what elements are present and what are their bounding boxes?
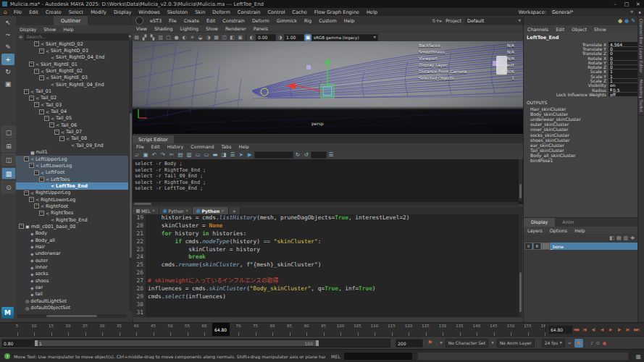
panel-layout-icon[interactable]: ▦	[635, 353, 641, 360]
expand-toggle[interactable]: −	[24, 156, 29, 161]
exposure-icon[interactable]: ◐	[248, 35, 256, 41]
fps-dropdown[interactable]: 24 fps▼	[542, 339, 565, 348]
lighting-icon[interactable]: ☀	[188, 35, 196, 41]
tree-item-leftlowerleg[interactable]: −<LeftLowerLeg	[16, 162, 128, 169]
clear-all-icon[interactable]: ▬	[211, 151, 219, 158]
stack-trace-icon[interactable]: ☰	[327, 151, 335, 158]
color-management-icon[interactable]: ▣	[304, 34, 311, 41]
menu-deform[interactable]: Deform	[209, 9, 234, 15]
tree-item-defaultobjectset[interactable]: ◎defaultObjectSet	[16, 304, 128, 311]
move-tool[interactable]: +	[1, 54, 14, 65]
viewport-canvas[interactable]: BackfacesN/ASmoothnessN/AViewportN/ADisp…	[133, 41, 523, 134]
tree-item-shoes[interactable]: ◈shoes	[16, 277, 128, 284]
exposure-field[interactable]: 0.00	[256, 34, 276, 41]
four-pane-layout[interactable]: ⊞	[1, 140, 16, 152]
tree-item-tail-05[interactable]: −<Tail_05	[16, 115, 128, 122]
attr-value-field[interactable]: 0	[609, 56, 637, 60]
menu-show[interactable]: Show	[590, 27, 610, 32]
ao-icon[interactable]: ◑	[204, 35, 212, 41]
play-forward-button[interactable]: ▶	[606, 324, 614, 334]
tree-item-skirt-righte-03[interactable]: −<Skirt_RightE_03	[16, 75, 128, 81]
shaded-icon[interactable]: ●	[172, 35, 180, 41]
layer-visibility-toggle[interactable]: V	[524, 243, 532, 250]
tree-item-tail-02[interactable]: −<Tail_02	[16, 95, 128, 101]
close-tab-icon[interactable]: ✕	[221, 209, 225, 213]
character-icon[interactable]: ●	[618, 18, 622, 24]
search-input[interactable]: Search...	[24, 33, 129, 41]
expand-toggle[interactable]: −	[39, 211, 44, 216]
menu-renderer[interactable]: Renderer	[222, 26, 250, 31]
two-pane-layout[interactable]: ◫	[1, 153, 16, 166]
output-body-skincluster[interactable]: Body_skinCluster	[524, 111, 638, 117]
menu-custom[interactable]: Custom	[315, 18, 340, 24]
menu-edit[interactable]: Edit	[552, 27, 568, 32]
side-tab-modeling-toolkit[interactable]: Modeling Toolkit	[638, 77, 644, 116]
expand-toggle[interactable]: −	[34, 170, 39, 175]
close-tab-icon[interactable]: ✕	[152, 209, 156, 213]
anim-start-field[interactable]: 0.80	[1, 339, 33, 348]
tree-item-rightlowerleg[interactable]: −<RightLowerLeg	[16, 196, 128, 203]
expand-toggle[interactable]: −	[29, 163, 34, 168]
tree-item-tail-07[interactable]: −<Tail_07	[16, 128, 128, 135]
output-body-all-skincluster[interactable]: Body_all_skinCluster	[524, 153, 638, 158]
menu-view[interactable]: View	[133, 26, 151, 31]
tree-item-tail-06[interactable]: −<Tail_06	[16, 122, 128, 128]
tree-item-underwear[interactable]: ◈underwear	[16, 251, 128, 257]
menu-options[interactable]: Options	[546, 228, 571, 233]
menu-channels[interactable]: Channels	[524, 27, 552, 32]
expand-toggle[interactable]: −	[34, 102, 39, 107]
expand-toggle[interactable]: −	[54, 130, 59, 135]
tree-item-mdl-c001-base-00[interactable]: −▣mdl_c001_base_00	[16, 223, 128, 230]
tree-item-hair[interactable]: ◈Hair	[16, 243, 128, 250]
rotate-tool[interactable]: ↻	[1, 66, 14, 77]
menu-windows[interactable]: Windows	[135, 9, 163, 15]
command-line-language[interactable]: MEL	[331, 354, 340, 359]
in-view-editor[interactable]	[496, 56, 507, 75]
output-ear-skincluster[interactable]: ear_skinCluster	[524, 143, 638, 148]
lock-workspace-icon[interactable]: ∎	[635, 9, 644, 15]
expand-toggle[interactable]: −	[29, 62, 34, 67]
menu-edit[interactable]: Edit	[148, 144, 164, 149]
menu-display[interactable]: Display	[110, 9, 135, 15]
tree-item-righttoe-end[interactable]: <RightToe_End	[16, 216, 128, 223]
playback-range-bar[interactable]: 1 160	[35, 340, 319, 346]
tree-item-null1[interactable]: ▦null1	[16, 149, 128, 156]
expand-toggle[interactable]: −	[44, 116, 49, 121]
step-back-button[interactable]: ◀|	[589, 324, 597, 334]
attr-value-field[interactable]: 0	[609, 61, 637, 65]
menu-shading[interactable]: Shading	[151, 26, 177, 31]
soft-select-icon[interactable]: ●	[624, 18, 629, 24]
close-button[interactable]: ✕	[632, 1, 644, 7]
new-layer-selected-icon[interactable]: ✚	[630, 235, 635, 241]
close-tab-icon[interactable]: ✕	[185, 209, 189, 213]
menu-show[interactable]: Show	[40, 27, 59, 32]
expand-toggle[interactable]: −	[24, 190, 29, 195]
tree-item-lefttoe-end[interactable]: <LeftToe_End	[16, 182, 128, 189]
snap-plane-icon[interactable]: ▥	[156, 35, 164, 41]
clear-history-icon[interactable]: ▭	[193, 151, 202, 158]
pencil-icon[interactable]: ✎	[631, 18, 635, 24]
output-underwear-skincluster[interactable]: underwear_skinCluster	[524, 117, 638, 122]
expand-toggle[interactable]: −	[59, 136, 64, 141]
snap-curve-icon[interactable]: ▞	[141, 35, 149, 41]
copy-icon[interactable]: ▤	[176, 151, 185, 158]
auto-key-toggle[interactable]: K	[574, 339, 583, 348]
expand-toggle[interactable]: −	[39, 109, 44, 114]
move-layer-icon[interactable]: ◧	[609, 235, 614, 241]
menu-display[interactable]: Display	[16, 27, 40, 32]
line-numbers-icon[interactable]: ☰	[228, 151, 237, 158]
single-pane-layout[interactable]: ▢	[1, 126, 16, 138]
history-hscrollbar[interactable]	[133, 202, 519, 206]
tree-item-body-all[interactable]: ◈Body_all	[16, 237, 128, 243]
tree-item-tail-08[interactable]: −<Tail_08	[16, 135, 128, 142]
attr-value-field[interactable]: 1	[609, 70, 637, 74]
filter-icon[interactable]: ⊞	[17, 34, 24, 39]
menu-panels[interactable]: Panels	[250, 26, 272, 31]
expand-toggle[interactable]: −	[29, 96, 34, 101]
tree-item-outer[interactable]: ◈outer	[16, 257, 128, 264]
tree-item-tail-03[interactable]: −<Tail_03	[16, 101, 128, 108]
tree-item-tail-04[interactable]: −<Tail_04	[16, 108, 128, 114]
tree-item-body[interactable]: ◈Body	[16, 230, 128, 237]
go-to-prev-key-button[interactable]: |◀	[580, 324, 588, 334]
output-bindpose1[interactable]: bindPose1	[524, 158, 638, 163]
